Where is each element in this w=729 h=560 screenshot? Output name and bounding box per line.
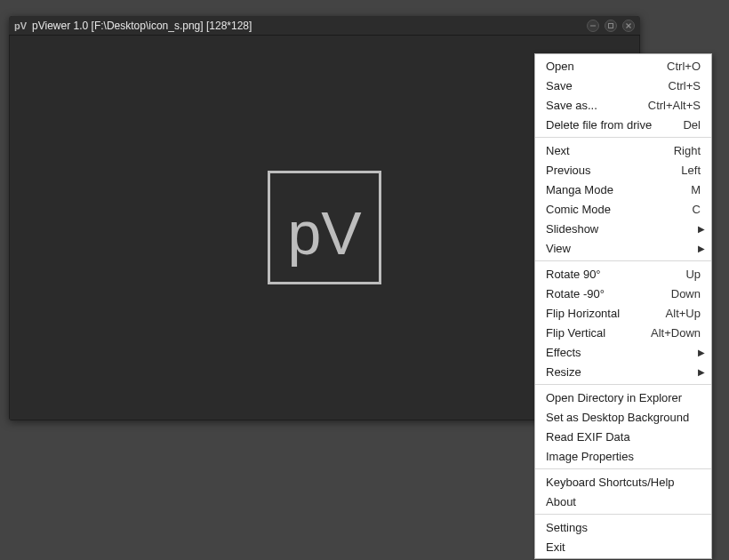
menu-item-shortcut: Right — [674, 144, 708, 157]
menu-item-slideshow[interactable]: Slideshow▶ — [535, 219, 711, 238]
menu-item-shortcut: Alt+Up — [666, 307, 708, 320]
menu-separator — [535, 137, 711, 138]
menu-item-shortcut: Ctrl+O — [667, 60, 708, 73]
menu-separator — [535, 384, 711, 385]
menu-item-shortcut: M — [691, 183, 708, 196]
titlebar[interactable]: pV pViewer 1.0 [F:\Desktop\icon_s.png] [… — [9, 16, 640, 36]
menu-item-save[interactable]: SaveCtrl+S — [535, 76, 711, 95]
menu-item-label: Open — [546, 60, 658, 73]
menu-item-exit[interactable]: Exit — [535, 537, 711, 556]
window-title: pViewer 1.0 [F:\Desktop\icon_s.png] [128… — [32, 20, 587, 32]
chevron-right-icon: ▶ — [697, 367, 708, 377]
menu-item-open[interactable]: OpenCtrl+O — [535, 56, 711, 76]
menu-item-resize[interactable]: Resize▶ — [535, 362, 711, 381]
menu-item-label: Next — [546, 144, 665, 157]
menu-item-shortcut: Up — [685, 268, 708, 281]
menu-item-shortcut: Ctrl+S — [669, 79, 708, 92]
menu-item-shortcut: C — [693, 203, 708, 216]
menu-item-label: Rotate -90° — [546, 287, 662, 300]
menu-item-comic-mode[interactable]: Comic ModeC — [535, 199, 711, 219]
menu-item-previous[interactable]: PreviousLeft — [535, 160, 711, 180]
minimize-button[interactable] — [587, 20, 599, 32]
menu-separator — [535, 468, 711, 469]
menu-item-save-as[interactable]: Save as...Ctrl+Alt+S — [535, 95, 711, 115]
menu-item-label: Manga Mode — [546, 183, 682, 196]
menu-item-label: Save as... — [546, 99, 639, 112]
menu-separator — [535, 514, 711, 515]
menu-item-read-exif-data[interactable]: Read EXIF Data — [535, 427, 711, 446]
menu-item-label: Flip Vertical — [546, 326, 642, 340]
image-preview-text: pV — [287, 203, 361, 263]
menu-item-label: Save — [546, 79, 660, 92]
menu-item-next[interactable]: NextRight — [535, 140, 711, 160]
menu-item-label: Keyboard Shortcuts/Help — [546, 476, 708, 489]
menu-item-label: Settings — [546, 521, 708, 534]
menu-item-label: Comic Mode — [546, 203, 684, 216]
menu-item-delete-file-from-drive[interactable]: Delete file from driveDel — [535, 115, 711, 134]
menu-item-label: Resize — [546, 365, 697, 379]
menu-item-shortcut: Left — [681, 164, 708, 177]
menu-item-rotate-90[interactable]: Rotate 90°Up — [535, 264, 711, 284]
close-button[interactable] — [622, 20, 635, 32]
menu-item-label: Exit — [546, 540, 708, 554]
chevron-right-icon: ▶ — [697, 224, 708, 234]
menu-item-label: Open Directory in Explorer — [546, 391, 708, 404]
menu-item-label: About — [546, 495, 708, 508]
menu-item-label: Read EXIF Data — [546, 430, 708, 444]
menu-separator — [535, 260, 711, 261]
menu-item-label: Rotate 90° — [546, 268, 677, 281]
menu-item-label: Flip Horizontal — [546, 307, 657, 320]
menu-item-settings[interactable]: Settings — [535, 517, 711, 537]
menu-item-keyboard-shortcuts-help[interactable]: Keyboard Shortcuts/Help — [535, 472, 711, 492]
app-icon: pV — [14, 20, 27, 31]
menu-item-shortcut: Del — [683, 118, 708, 132]
menu-item-label: Effects — [546, 346, 697, 359]
menu-item-image-properties[interactable]: Image Properties — [535, 446, 711, 466]
menu-item-rotate-90[interactable]: Rotate -90°Down — [535, 284, 711, 303]
chevron-right-icon: ▶ — [697, 348, 708, 357]
chevron-right-icon: ▶ — [697, 244, 708, 253]
menu-item-label: View — [546, 242, 697, 255]
svg-rect-1 — [609, 23, 613, 28]
menu-item-label: Delete file from drive — [546, 118, 674, 132]
window-controls — [587, 20, 635, 32]
menu-item-label: Previous — [546, 164, 672, 177]
menu-item-label: Set as Desktop Background — [546, 411, 708, 424]
menu-item-shortcut: Down — [671, 287, 708, 300]
menu-item-flip-horizontal[interactable]: Flip HorizontalAlt+Up — [535, 303, 711, 323]
menu-item-effects[interactable]: Effects▶ — [535, 342, 711, 362]
menu-item-flip-vertical[interactable]: Flip VerticalAlt+Down — [535, 323, 711, 342]
menu-item-about[interactable]: About — [535, 492, 711, 511]
menu-item-set-as-desktop-background[interactable]: Set as Desktop Background — [535, 407, 711, 427]
menu-item-shortcut: Alt+Down — [651, 326, 708, 340]
menu-item-shortcut: Ctrl+Alt+S — [648, 99, 708, 112]
maximize-button[interactable] — [605, 20, 617, 32]
menu-item-view[interactable]: View▶ — [535, 238, 711, 258]
menu-item-manga-mode[interactable]: Manga ModeM — [535, 180, 711, 199]
menu-item-open-directory-in-explorer[interactable]: Open Directory in Explorer — [535, 388, 711, 407]
image-preview: pV — [268, 171, 381, 284]
context-menu: OpenCtrl+OSaveCtrl+SSave as...Ctrl+Alt+S… — [534, 53, 712, 559]
menu-item-label: Slideshow — [546, 222, 697, 236]
menu-item-label: Image Properties — [546, 450, 708, 463]
